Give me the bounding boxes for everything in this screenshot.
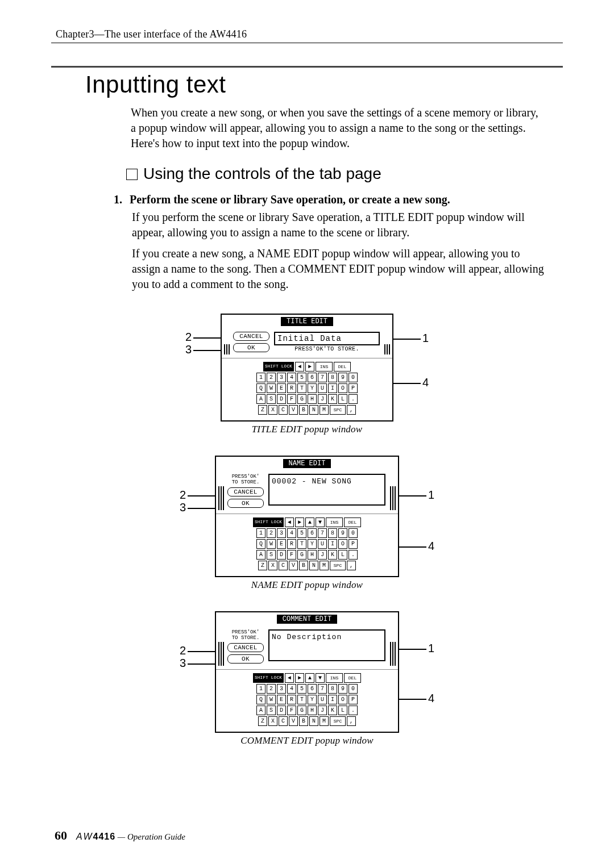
key-T[interactable]: T: [297, 539, 306, 549]
key-M[interactable]: M: [320, 716, 329, 726]
key-F[interactable]: F: [287, 550, 296, 560]
key-6[interactable]: 6: [308, 373, 317, 382]
key-2[interactable]: 2: [267, 373, 276, 382]
key-.[interactable]: .: [349, 550, 358, 560]
key-M[interactable]: M: [320, 561, 329, 570]
key-Z[interactable]: Z: [258, 561, 267, 570]
del-key[interactable]: DEL: [344, 673, 361, 683]
ok-button[interactable]: OK: [227, 499, 264, 508]
key-K[interactable]: K: [328, 550, 337, 560]
key-S[interactable]: S: [267, 550, 276, 560]
key-G[interactable]: G: [297, 550, 306, 560]
key-7[interactable]: 7: [318, 528, 327, 538]
key-8[interactable]: 8: [328, 528, 337, 538]
key-L[interactable]: L: [338, 550, 347, 560]
key-D[interactable]: D: [277, 706, 286, 715]
arrow-down-key[interactable]: ▼: [316, 518, 325, 527]
key-2[interactable]: 2: [267, 528, 276, 538]
key-X[interactable]: X: [268, 561, 277, 570]
key-1[interactable]: 1: [256, 528, 265, 538]
key-E[interactable]: E: [277, 383, 286, 393]
key-C[interactable]: C: [279, 561, 288, 570]
key-V[interactable]: V: [289, 405, 298, 415]
key-T[interactable]: T: [297, 695, 306, 704]
onscreen-keyboard[interactable]: SHIFT LOCK ◄ ► ▲ ▼ INS DEL 1234567890 QW…: [216, 669, 398, 732]
del-key[interactable]: DEL: [344, 518, 361, 527]
shift-lock-key[interactable]: SHIFT LOCK: [253, 518, 284, 527]
arrow-right-key[interactable]: ►: [295, 518, 304, 527]
key-U[interactable]: U: [318, 695, 327, 704]
key-4[interactable]: 4: [287, 528, 296, 538]
key-J[interactable]: J: [318, 550, 327, 560]
key-8[interactable]: 8: [328, 373, 337, 382]
key-O[interactable]: O: [338, 695, 347, 704]
key-B[interactable]: B: [299, 405, 308, 415]
key-5[interactable]: 5: [297, 528, 306, 538]
key-Q[interactable]: Q: [256, 695, 265, 704]
key-H[interactable]: H: [308, 706, 317, 715]
key-1[interactable]: 1: [256, 684, 265, 694]
ok-button[interactable]: OK: [227, 654, 264, 663]
key-W[interactable]: W: [267, 383, 276, 393]
arrow-up-key[interactable]: ▲: [305, 673, 314, 683]
key-A[interactable]: A: [256, 550, 265, 560]
key-O[interactable]: O: [338, 383, 347, 393]
comment-input-field[interactable]: No Description: [268, 629, 385, 661]
key-C[interactable]: C: [279, 716, 288, 726]
key-G[interactable]: G: [297, 394, 306, 404]
key-Q[interactable]: Q: [256, 539, 265, 549]
key-A[interactable]: A: [256, 394, 265, 404]
key-R[interactable]: R: [287, 383, 296, 393]
shift-lock-key[interactable]: SHIFT LOCK: [263, 362, 294, 372]
key-N[interactable]: N: [309, 716, 318, 726]
key-P[interactable]: P: [349, 383, 358, 393]
arrow-left-key[interactable]: ◄: [285, 673, 294, 683]
key-L[interactable]: L: [338, 394, 347, 404]
key-3[interactable]: 3: [277, 684, 286, 694]
key-7[interactable]: 7: [318, 684, 327, 694]
key-X[interactable]: X: [268, 716, 277, 726]
del-key[interactable]: DEL: [334, 362, 351, 372]
key-J[interactable]: J: [318, 394, 327, 404]
key-V[interactable]: V: [289, 561, 298, 570]
key-3[interactable]: 3: [277, 528, 286, 538]
key-B[interactable]: B: [299, 561, 308, 570]
key-I[interactable]: I: [328, 695, 337, 704]
key-0[interactable]: 0: [349, 684, 358, 694]
key-D[interactable]: D: [277, 550, 286, 560]
key-N[interactable]: N: [309, 561, 318, 570]
key-4[interactable]: 4: [287, 373, 296, 382]
key-B[interactable]: B: [299, 716, 308, 726]
key-5[interactable]: 5: [297, 373, 306, 382]
key-F[interactable]: F: [287, 394, 296, 404]
key-E[interactable]: E: [277, 539, 286, 549]
ins-key[interactable]: INS: [326, 673, 343, 683]
key-Y[interactable]: Y: [308, 383, 317, 393]
key-U[interactable]: U: [318, 383, 327, 393]
key-Z[interactable]: Z: [258, 405, 267, 415]
spc-key[interactable]: SPC: [330, 405, 346, 415]
key-I[interactable]: I: [328, 539, 337, 549]
key-Y[interactable]: Y: [308, 695, 317, 704]
key-W[interactable]: W: [267, 695, 276, 704]
key-comma[interactable]: ,: [347, 716, 356, 726]
key-Z[interactable]: Z: [258, 716, 267, 726]
key-comma[interactable]: ,: [347, 561, 356, 570]
arrow-right-key[interactable]: ►: [305, 362, 314, 372]
key-I[interactable]: I: [328, 383, 337, 393]
key-L[interactable]: L: [338, 706, 347, 715]
key-6[interactable]: 6: [308, 684, 317, 694]
key-4[interactable]: 4: [287, 684, 296, 694]
cancel-button[interactable]: CANCEL: [227, 643, 264, 652]
key-S[interactable]: S: [267, 394, 276, 404]
key-U[interactable]: U: [318, 539, 327, 549]
key-6[interactable]: 6: [308, 528, 317, 538]
key-R[interactable]: R: [287, 539, 296, 549]
key-V[interactable]: V: [289, 716, 298, 726]
spc-key[interactable]: SPC: [330, 561, 346, 570]
key-K[interactable]: K: [328, 394, 337, 404]
arrow-left-key[interactable]: ◄: [295, 362, 304, 372]
key-0[interactable]: 0: [349, 373, 358, 382]
key-M[interactable]: M: [320, 405, 329, 415]
key-R[interactable]: R: [287, 695, 296, 704]
